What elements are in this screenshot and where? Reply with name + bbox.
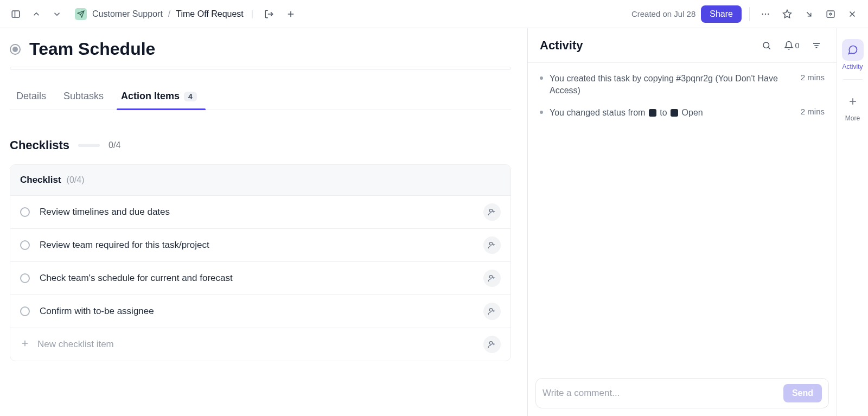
plus-icon	[20, 338, 30, 351]
notifications-button[interactable]: 0	[783, 37, 800, 54]
svg-point-6	[765, 13, 766, 14]
svg-point-16	[489, 242, 492, 245]
tab-subtasks[interactable]: Subtasks	[62, 85, 105, 110]
activity-pane: Activity 0 You created this task by copy…	[527, 28, 837, 416]
checklist-item[interactable]: Review team required for this task/proje…	[10, 229, 510, 262]
tab-details[interactable]: Details	[15, 85, 47, 110]
activity-body: You created this task by copying #3pqnr2…	[528, 63, 837, 370]
checkbox-icon[interactable]	[20, 240, 30, 250]
assign-user-icon[interactable]	[483, 303, 501, 320]
activity-entry-text: You created this task by copying #3pqnr2…	[550, 73, 794, 97]
assign-user-icon[interactable]	[483, 270, 501, 287]
checkbox-icon[interactable]	[20, 207, 30, 217]
svg-marker-8	[783, 10, 792, 17]
breadcrumb-separator: /	[168, 9, 170, 19]
plus-icon	[842, 91, 864, 112]
checklists-section-title: Checklists	[10, 138, 69, 152]
assign-user-icon[interactable]	[483, 336, 501, 353]
checklists-total-count: 0/4	[108, 140, 120, 150]
tabs: Details Subtasks Action Items 4	[10, 85, 511, 110]
checklists-progress-bar	[78, 144, 100, 147]
activity-entry-time: 2 mins	[801, 73, 825, 97]
entry-bullet-icon	[540, 111, 543, 114]
move-task-icon[interactable]	[261, 6, 277, 22]
checklist-header[interactable]: Checklist (0/4)	[10, 165, 510, 196]
checklist-item-label: Review team required for this task/proje…	[40, 240, 209, 251]
checklist-header-count: (0/4)	[67, 175, 85, 185]
activity-entry-time: 2 mins	[801, 107, 825, 119]
checkbox-icon[interactable]	[20, 306, 30, 316]
svg-line-31	[768, 47, 770, 49]
checklist-item-label: Confirm with to-be assignee	[40, 306, 154, 317]
bell-icon	[784, 41, 794, 50]
checklist-item[interactable]: Review timelines and due dates	[10, 196, 510, 229]
activity-entry: You created this task by copying #3pqnr2…	[540, 73, 825, 97]
rail-more[interactable]: More	[841, 87, 864, 125]
svg-point-13	[489, 209, 492, 212]
svg-rect-0	[12, 11, 20, 17]
task-progress-line	[10, 67, 511, 70]
topbar-right: Created on Jul 28 Share	[631, 5, 860, 23]
activity-entry: You changed status from to Open 2 mins	[540, 107, 825, 119]
checklist-item[interactable]: Confirm with to-be assignee	[10, 295, 510, 328]
created-on-text: Created on Jul 28	[631, 9, 695, 18]
svg-point-7	[768, 13, 769, 14]
status-swatch-to	[671, 109, 678, 117]
entry-bullet-icon	[540, 76, 543, 80]
next-task-icon[interactable]	[49, 6, 65, 22]
new-checklist-item-placeholder: New checklist item	[37, 339, 114, 350]
tab-action-items-badge: 4	[184, 92, 197, 101]
notifications-count: 0	[795, 41, 800, 50]
comment-box: Send	[535, 378, 829, 408]
comment-input[interactable]	[542, 388, 778, 399]
checklist-header-name: Checklist	[20, 175, 61, 185]
favorite-icon[interactable]	[779, 6, 795, 22]
tab-action-items[interactable]: Action Items 4	[120, 85, 198, 110]
svg-point-30	[763, 42, 769, 48]
svg-point-19	[489, 276, 492, 278]
topbar: Customer Support / Time Off Request | Cr…	[0, 0, 868, 28]
checklist-item-label: Review timelines and due dates	[40, 207, 170, 217]
chat-bubble-icon	[842, 39, 864, 61]
svg-rect-10	[827, 11, 834, 17]
search-icon[interactable]	[758, 37, 775, 54]
minimize-icon[interactable]	[801, 6, 817, 22]
new-checklist-item-row[interactable]: New checklist item	[10, 328, 510, 361]
prev-task-icon[interactable]	[28, 6, 44, 22]
filter-icon[interactable]	[808, 37, 825, 54]
assign-user-icon[interactable]	[483, 236, 501, 254]
activity-header: Activity 0	[528, 28, 837, 63]
checklist-group: Checklist (0/4) Review timelines and due…	[10, 164, 511, 361]
breadcrumb: Customer Support / Time Off Request |	[75, 6, 299, 22]
space-icon[interactable]	[75, 8, 87, 20]
close-icon[interactable]	[844, 6, 860, 22]
breadcrumb-current[interactable]: Time Off Request	[176, 9, 244, 19]
share-button[interactable]: Share	[701, 5, 742, 23]
assign-user-icon[interactable]	[483, 203, 501, 221]
tab-action-items-label: Action Items	[121, 91, 180, 102]
right-rail: Activity More	[837, 28, 868, 416]
collapse-panel-icon[interactable]	[822, 6, 839, 22]
rail-more-label: More	[845, 114, 860, 122]
checklist-item-label: Check team's schedule for current and fo…	[40, 273, 233, 284]
svg-point-22	[489, 309, 492, 311]
more-menu-icon[interactable]	[757, 6, 774, 22]
activity-entry-text: You changed status from to Open	[550, 107, 794, 119]
status-indicator[interactable]	[10, 44, 21, 55]
send-button[interactable]: Send	[783, 384, 822, 402]
svg-point-27	[489, 342, 492, 344]
rail-activity[interactable]: Activity	[841, 36, 864, 74]
main-pane: Team Schedule Details Subtasks Action It…	[0, 28, 527, 416]
svg-point-5	[762, 13, 763, 14]
task-title[interactable]: Team Schedule	[29, 39, 155, 59]
add-task-icon[interactable]	[283, 6, 299, 22]
checklist-item[interactable]: Check team's schedule for current and fo…	[10, 262, 510, 295]
activity-title: Activity	[540, 39, 583, 53]
status-swatch-from	[649, 109, 656, 117]
breadcrumb-space[interactable]: Customer Support	[92, 9, 163, 19]
checkbox-icon[interactable]	[20, 273, 30, 283]
sidebar-toggle-icon[interactable]	[8, 6, 24, 22]
svg-line-9	[807, 12, 811, 16]
rail-activity-label: Activity	[842, 63, 863, 71]
